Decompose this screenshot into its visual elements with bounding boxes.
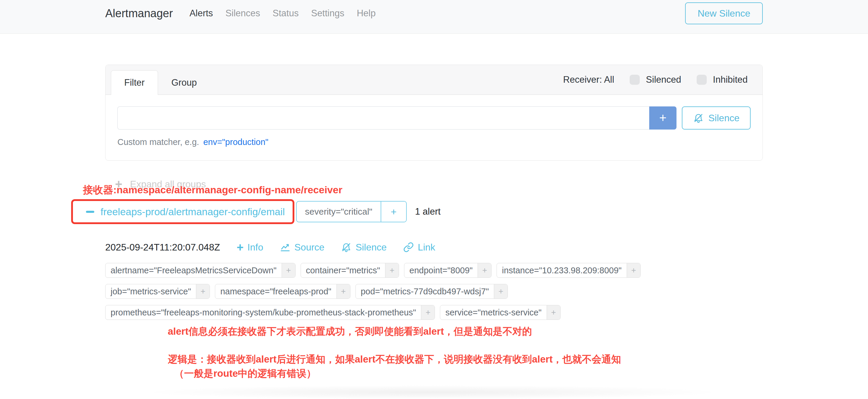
matcher-input-group: + Silence bbox=[117, 106, 751, 129]
alert-label: prometheus="freeleaps-monitoring-system/… bbox=[105, 305, 435, 320]
alert-label: endpoint="8009" + bbox=[404, 263, 492, 278]
receiver-group-toggle[interactable]: freeleaps-prod/alertmanager-config/email bbox=[73, 203, 288, 220]
alert-label-text: container="metrics" bbox=[301, 263, 385, 277]
filter-tabs: Filter Group bbox=[111, 70, 210, 95]
matcher-helper: Custom matcher, e.g. env="production" bbox=[117, 137, 751, 147]
nav-silences[interactable]: Silences bbox=[225, 8, 260, 19]
alert-info-label: Info bbox=[248, 242, 263, 253]
nav-status[interactable]: Status bbox=[273, 8, 299, 19]
alert-label-text: prometheus="freeleaps-monitoring-system/… bbox=[105, 305, 421, 319]
alert-link-label: Link bbox=[418, 242, 435, 253]
filter-panel-body: + Silence Custom matcher, e.g. env="prod… bbox=[105, 95, 763, 160]
custom-matcher-hint: Custom matcher, e.g. bbox=[117, 137, 199, 147]
page-bottom-shadow bbox=[148, 386, 717, 399]
alert-label: alertname="FreeleapsMetricsServiceDown" … bbox=[105, 263, 296, 278]
alert-label-text: namespace="freeleaps-prod" bbox=[215, 284, 336, 299]
alert-label-text: job="metrics-service" bbox=[105, 284, 196, 299]
add-label-filter-button[interactable]: + bbox=[477, 263, 491, 277]
bell-slash-icon bbox=[693, 113, 704, 123]
annotation-receiver-note: 接收器:namespace/altermanager-config-name/r… bbox=[83, 183, 342, 197]
annotation-logic-note: 逻辑是：接收器收到alert后进行通知，如果alert不在接收器下，说明接收器没… bbox=[168, 353, 621, 366]
alert-link-link[interactable]: Link bbox=[403, 242, 435, 253]
link-icon bbox=[403, 242, 414, 252]
collapse-minus-icon bbox=[86, 211, 94, 213]
annotation-logic-note-2: （一般是route中的逻辑有错误） bbox=[174, 367, 316, 380]
group-label-tag: severity="critical" + bbox=[296, 201, 407, 222]
tab-filter[interactable]: Filter bbox=[111, 70, 158, 95]
alert-header-row: 2025-09-24T11:20:07.048Z + Info Source bbox=[105, 241, 763, 253]
receiver-filter-dropdown[interactable]: Receiver: All bbox=[563, 74, 614, 85]
alert-label: namespace="freeleaps-prod" + bbox=[215, 284, 350, 299]
filter-panel: Filter Group Receiver: All Silenced Inhi… bbox=[105, 65, 763, 161]
navbar-inner: Alertmanager Alerts Silences Status Sett… bbox=[105, 0, 763, 27]
alert-label-text: alertname="FreeleapsMetricsServiceDown" bbox=[105, 263, 282, 277]
silenced-filter[interactable]: Silenced bbox=[630, 74, 681, 85]
alert-timestamp: 2025-09-24T11:20:07.048Z bbox=[105, 242, 220, 253]
add-label-filter-button[interactable]: + bbox=[337, 284, 350, 299]
matcher-example-link[interactable]: env="production" bbox=[204, 137, 269, 147]
alert-labels: alertname="FreeleapsMetricsServiceDown" … bbox=[105, 263, 669, 320]
alert-label-text: instance="10.233.98.209:8009" bbox=[497, 263, 627, 277]
alert-label-text: endpoint="8009" bbox=[404, 263, 477, 277]
add-label-filter-button[interactable]: + bbox=[196, 284, 210, 299]
alert-silence-link[interactable]: Silence bbox=[341, 242, 386, 253]
alert-label: service="metrics-service" + bbox=[440, 305, 560, 320]
alert-groups: + Expand all groups freeleaps-prod/alert… bbox=[105, 178, 763, 320]
add-label-filter-button[interactable]: + bbox=[282, 263, 295, 277]
annotation-alert-note: alert信息必须在接收器下才表示配置成功，否则即使能看到alert，但是通知是… bbox=[168, 325, 532, 338]
receiver-group-name: freeleaps-prod/alertmanager-config/email bbox=[100, 206, 285, 218]
top-navbar: Alertmanager Alerts Silences Status Sett… bbox=[0, 0, 868, 34]
inhibited-checkbox-label: Inhibited bbox=[713, 74, 748, 85]
silenced-checkbox-label: Silenced bbox=[646, 74, 681, 85]
alert-source-label: Source bbox=[294, 242, 324, 253]
new-silence-button[interactable]: New Silence bbox=[685, 2, 763, 24]
annotation-highlight-box: freeleaps-prod/alertmanager-config/email bbox=[71, 199, 294, 224]
alert-info-link[interactable]: + Info bbox=[237, 241, 263, 253]
receiver-group-row: freeleaps-prod/alertmanager-config/email… bbox=[71, 199, 763, 224]
nav-help[interactable]: Help bbox=[356, 8, 376, 19]
app-brand[interactable]: Alertmanager bbox=[105, 7, 173, 20]
silence-filter-button[interactable]: Silence bbox=[682, 106, 751, 129]
group-label-text: severity="critical" bbox=[297, 202, 381, 222]
add-label-filter-button[interactable]: + bbox=[547, 305, 560, 319]
tab-group[interactable]: Group bbox=[158, 70, 210, 95]
add-matcher-button[interactable]: + bbox=[649, 106, 677, 129]
alert-label-text: pod="metrics-77d9cdb497-wdsj7" bbox=[356, 284, 494, 299]
inhibited-checkbox[interactable] bbox=[696, 75, 707, 85]
plus-icon: + bbox=[237, 241, 243, 253]
inhibited-filter[interactable]: Inhibited bbox=[696, 74, 748, 85]
nav-settings[interactable]: Settings bbox=[311, 8, 344, 19]
add-label-filter-button[interactable]: + bbox=[421, 305, 435, 319]
filter-options: Receiver: All Silenced Inhibited bbox=[563, 74, 748, 85]
main-nav: Alerts Silences Status Settings Help bbox=[189, 8, 376, 19]
matcher-input[interactable] bbox=[117, 106, 649, 129]
alert-detail: 2025-09-24T11:20:07.048Z + Info Source bbox=[105, 241, 763, 320]
filter-panel-header: Filter Group Receiver: All Silenced Inhi… bbox=[105, 65, 763, 95]
add-group-filter-button[interactable]: + bbox=[381, 202, 406, 222]
silenced-checkbox[interactable] bbox=[630, 75, 640, 85]
alert-source-link[interactable]: Source bbox=[280, 242, 324, 253]
bell-slash-icon bbox=[341, 242, 351, 252]
chart-icon bbox=[280, 242, 290, 252]
silence-filter-label: Silence bbox=[709, 113, 740, 124]
nav-alerts[interactable]: Alerts bbox=[189, 8, 213, 19]
alert-label: container="metrics" + bbox=[301, 263, 399, 278]
add-label-filter-button[interactable]: + bbox=[494, 284, 507, 299]
add-label-filter-button[interactable]: + bbox=[385, 263, 399, 277]
alert-label-text: service="metrics-service" bbox=[440, 305, 546, 319]
alert-silence-label: Silence bbox=[355, 242, 386, 253]
alert-label: instance="10.233.98.209:8009" + bbox=[497, 263, 641, 278]
add-label-filter-button[interactable]: + bbox=[627, 263, 640, 277]
alert-label: pod="metrics-77d9cdb497-wdsj7" + bbox=[355, 284, 508, 299]
alert-count: 1 alert bbox=[415, 206, 440, 217]
alert-label: job="metrics-service" + bbox=[105, 284, 210, 299]
